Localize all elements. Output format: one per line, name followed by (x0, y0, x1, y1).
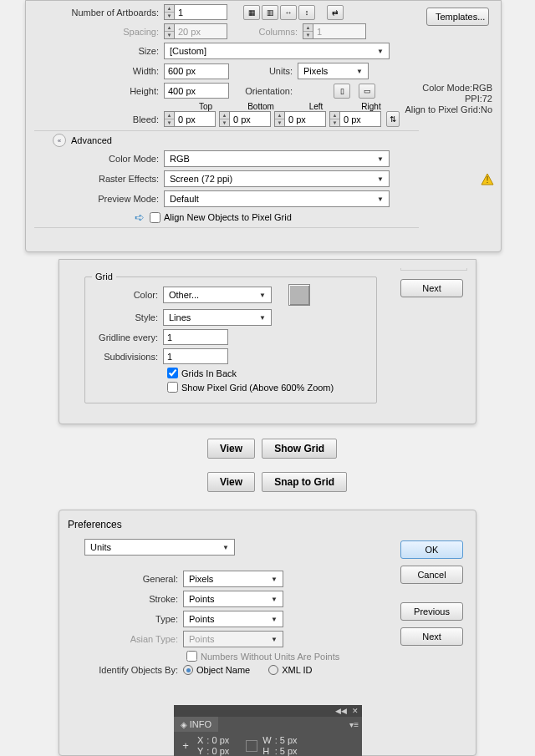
next-button-prefs[interactable]: Next (400, 627, 463, 646)
grid-color-label: Color: (92, 290, 163, 300)
general-label: General: (84, 574, 183, 584)
advanced-twisty-icon[interactable]: « (53, 134, 66, 147)
asian-type-label: Asian Type: (84, 634, 183, 644)
bleed-link-icon[interactable]: ⇅ (386, 111, 400, 127)
grid-fieldset-title: Grid (92, 271, 116, 282)
ok-button[interactable]: OK (400, 540, 463, 559)
type-label: Type: (84, 614, 183, 624)
subdivisions-label: Subdivisions: (92, 352, 163, 362)
asian-type-select: Points▼ (183, 631, 283, 647)
info-dimensions-icon (246, 740, 257, 752)
spacing-input[interactable] (174, 23, 227, 39)
units-select[interactable]: Pixels▼ (298, 63, 369, 79)
spacing-label: Spacing: (34, 27, 164, 37)
height-input[interactable] (164, 83, 229, 99)
align-pixel-grid-checkbox[interactable]: Align New Objects to Pixel Grid (150, 212, 292, 223)
grids-in-back-checkbox[interactable]: Grids In Back (167, 368, 237, 378)
height-label: Height: (34, 86, 164, 96)
arrange-grid-col-icon[interactable]: ▥ (262, 5, 278, 20)
bleed-right-input[interactable] (339, 111, 381, 127)
bleed-right-label: Right (344, 102, 399, 111)
arrange-extra-icon[interactable]: ⇄ (327, 5, 344, 20)
grid-color-select[interactable]: Other...▼ (163, 287, 272, 303)
size-select[interactable]: [Custom]▼ (164, 43, 390, 59)
info-w-label: W (262, 735, 271, 745)
info-menu-icon[interactable]: ▾≡ (349, 720, 359, 729)
identify-label: Identify Objects By: (84, 665, 183, 675)
width-label: Width: (34, 66, 164, 76)
prefs-category-select[interactable]: Units▼ (84, 539, 235, 556)
view-menu-button-2[interactable]: View (207, 472, 255, 492)
info-x-label: X (197, 735, 203, 745)
snap-grid-menu-button[interactable]: Snap to Grid (262, 472, 347, 492)
numbers-without-units-checkbox[interactable]: Numbers Without Units Are Points (186, 651, 339, 662)
gridline-every-input[interactable] (163, 329, 228, 345)
info-x-value: : 0 px (206, 735, 229, 745)
color-mode-select[interactable]: RGB▼ (164, 150, 390, 167)
grid-prefs-panel: Next Grid Color: Other...▼ Style: Lines▼… (59, 259, 476, 424)
bleed-bottom-input[interactable] (229, 111, 271, 127)
preview-select[interactable]: Default▼ (164, 190, 390, 207)
gridline-every-label: Gridline every: (92, 332, 163, 342)
info-close-icon[interactable]: ✕ (352, 707, 359, 715)
previous-button[interactable]: Previous (400, 602, 463, 621)
xml-id-radio[interactable]: XML ID (268, 665, 312, 675)
raster-label: Raster Effects: (34, 174, 164, 184)
bleed-top-input[interactable] (174, 111, 216, 127)
svg-text:!: ! (486, 175, 488, 185)
grid-style-label: Style: (92, 312, 163, 322)
info-tab[interactable]: ◈ INFO (174, 717, 218, 732)
object-name-radio[interactable]: Object Name (183, 665, 250, 675)
bleed-left-label: Left (288, 102, 344, 111)
columns-label: Columns: (227, 27, 303, 37)
color-mode-label: Color Mode: (34, 154, 164, 164)
raster-select[interactable]: Screen (72 ppi)▼ (164, 170, 390, 187)
arrange-row-icon[interactable]: ↔ (280, 5, 297, 20)
bleed-top-label: Top (178, 102, 233, 111)
type-select[interactable]: Points▼ (183, 611, 283, 627)
info-h-label: H (262, 746, 271, 756)
templates-button[interactable]: Templates... (426, 8, 489, 26)
orientation-portrait-icon[interactable]: ▯ (334, 84, 350, 99)
info-h-value: : 5 px (275, 746, 298, 756)
general-select[interactable]: Pixels▼ (183, 571, 283, 587)
stroke-label: Stroke: (84, 594, 183, 604)
next-button[interactable]: Next (400, 279, 463, 297)
subdivisions-input[interactable] (163, 348, 228, 364)
grid-style-select[interactable]: Lines▼ (163, 309, 272, 326)
stroke-select[interactable]: Points▼ (183, 591, 283, 607)
preferences-title: Preferences (68, 519, 467, 530)
orientation-label: Orientation: (229, 86, 298, 96)
advanced-label: Advanced (71, 135, 112, 145)
info-crosshair-icon: + (179, 739, 192, 753)
info-panel: ◀◀ ✕ ◈ INFO ▾≡ + X: 0 px Y: 0 px W: 5 px… (174, 705, 362, 756)
side-info: Color Mode:RGB PPI:72 Align to Pixel Gri… (405, 83, 492, 116)
info-w-value: : 5 px (275, 735, 298, 745)
bleed-label: Bleed: (34, 114, 164, 124)
info-collapse-icon[interactable]: ◀◀ (335, 707, 347, 715)
info-y-value: : 0 px (206, 746, 229, 756)
artboards-input[interactable] (174, 4, 227, 20)
arrow-icon: ➪ (34, 211, 145, 224)
new-document-panel: Templates... Color Mode:RGB PPI:72 Align… (25, 0, 502, 252)
bleed-left-input[interactable] (284, 111, 326, 127)
preview-label: Preview Mode: (34, 194, 164, 204)
arrange-grid-row-icon[interactable]: ▦ (243, 5, 260, 20)
view-menu-button-1[interactable]: View (207, 439, 255, 459)
arrange-col-icon[interactable]: ↕ (298, 5, 315, 20)
artboards-label: Number of Artboards: (34, 8, 164, 18)
show-pixel-grid-checkbox[interactable]: Show Pixel Grid (Above 600% Zoom) (167, 382, 334, 393)
grid-color-swatch[interactable] (288, 284, 310, 306)
orientation-landscape-icon[interactable]: ▭ (359, 84, 375, 99)
width-input[interactable] (164, 63, 229, 79)
columns-input[interactable] (313, 23, 366, 39)
units-label: Units: (229, 66, 298, 76)
show-grid-menu-button[interactable]: Show Grid (262, 439, 337, 459)
size-label: Size: (34, 46, 164, 56)
info-y-label: Y (197, 746, 203, 756)
warning-icon: ! (481, 173, 494, 186)
bleed-bottom-label: Bottom (233, 102, 288, 111)
cancel-button[interactable]: Cancel (400, 566, 463, 584)
